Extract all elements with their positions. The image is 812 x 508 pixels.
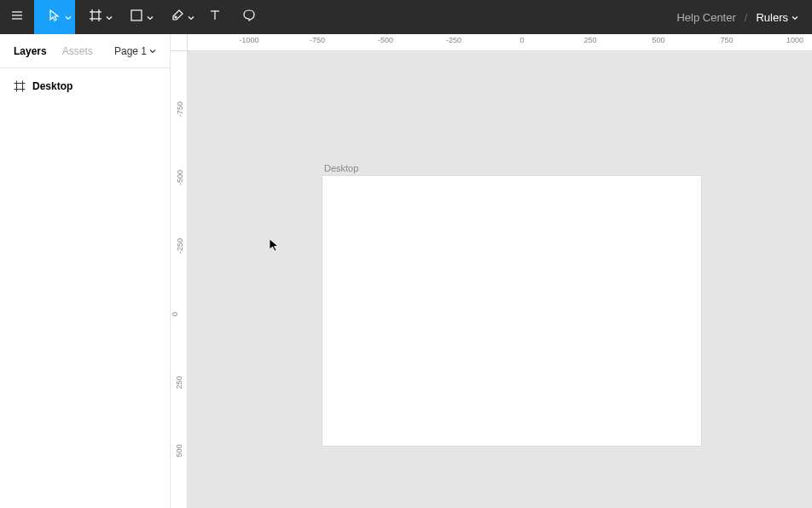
tab-layers[interactable]: Layers bbox=[14, 45, 47, 57]
frame-desktop[interactable] bbox=[322, 176, 701, 446]
ruler-tick: -750 bbox=[176, 102, 184, 117]
menu-button[interactable] bbox=[0, 0, 34, 34]
shape-tool-button[interactable] bbox=[116, 0, 157, 34]
left-sidebar: Layers Assets Page 1 Desktop bbox=[0, 34, 171, 508]
svg-point-8 bbox=[175, 16, 177, 18]
rulers-dropdown[interactable]: Rulers bbox=[756, 11, 798, 24]
chevron-down-icon bbox=[65, 9, 72, 25]
page-selector[interactable]: Page 1 bbox=[114, 45, 156, 57]
hamburger-icon bbox=[10, 9, 24, 26]
ruler-tick: -750 bbox=[310, 36, 325, 44]
toolbar-right: Help Center / Rulers bbox=[676, 11, 812, 24]
canvas-wrap: -1000-750-500-25002505007501000 -750-500… bbox=[171, 34, 812, 508]
frame-icon bbox=[89, 9, 102, 26]
ruler-tick: 0 bbox=[519, 36, 524, 44]
app-toolbar: Help Center / Rulers bbox=[0, 0, 812, 34]
comment-tool-button[interactable] bbox=[232, 0, 266, 34]
help-center-link[interactable]: Help Center bbox=[676, 11, 735, 24]
pen-icon bbox=[171, 9, 184, 26]
chevron-down-icon bbox=[149, 45, 156, 57]
pen-tool-button[interactable] bbox=[157, 0, 198, 34]
cursor-icon bbox=[48, 9, 61, 26]
tab-assets[interactable]: Assets bbox=[62, 45, 93, 57]
rulers-label: Rulers bbox=[756, 11, 788, 24]
ruler-tick: 1000 bbox=[786, 36, 803, 44]
frame-tool-button[interactable] bbox=[75, 0, 116, 34]
ruler-tick: 500 bbox=[652, 36, 664, 44]
move-tool-button[interactable] bbox=[34, 0, 75, 34]
ruler-tick: 500 bbox=[175, 444, 183, 457]
frame-title[interactable]: Desktop bbox=[324, 163, 358, 173]
comment-icon bbox=[242, 9, 256, 26]
cursor-icon bbox=[269, 238, 281, 255]
ruler-tick: -250 bbox=[176, 238, 184, 254]
main-area: Layers Assets Page 1 Desktop -1000-750-5… bbox=[0, 34, 812, 508]
square-icon bbox=[130, 9, 143, 26]
chevron-down-icon bbox=[188, 9, 194, 25]
text-icon bbox=[208, 9, 222, 26]
page-label: Page 1 bbox=[114, 45, 147, 57]
layers-list: Desktop bbox=[0, 68, 170, 104]
toolbar-left bbox=[0, 0, 266, 34]
ruler-tick: 750 bbox=[720, 36, 733, 44]
ruler-tick: -250 bbox=[446, 36, 461, 44]
ruler-tick: -500 bbox=[176, 170, 184, 185]
chevron-down-icon bbox=[792, 11, 798, 24]
sidebar-tabs: Layers Assets Page 1 bbox=[0, 34, 170, 68]
canvas[interactable]: Desktop bbox=[188, 51, 812, 508]
chevron-down-icon bbox=[106, 9, 113, 25]
ruler-tick: -1000 bbox=[239, 36, 258, 44]
vertical-ruler[interactable]: -750-500-2500250500750 bbox=[171, 51, 188, 508]
ruler-tick: 0 bbox=[171, 312, 179, 316]
breadcrumb-separator: / bbox=[745, 11, 748, 24]
horizontal-ruler[interactable]: -1000-750-500-25002505007501000 bbox=[188, 34, 812, 51]
layer-label: Desktop bbox=[32, 80, 72, 92]
ruler-corner[interactable] bbox=[171, 34, 188, 51]
layer-item[interactable]: Desktop bbox=[0, 75, 170, 97]
chevron-down-icon bbox=[147, 9, 154, 25]
text-tool-button[interactable] bbox=[198, 0, 232, 34]
svg-rect-7 bbox=[131, 10, 142, 20]
ruler-tick: 250 bbox=[175, 376, 183, 388]
ruler-tick: 250 bbox=[583, 36, 596, 44]
ruler-tick: -500 bbox=[378, 36, 393, 44]
frame-icon bbox=[14, 80, 26, 92]
